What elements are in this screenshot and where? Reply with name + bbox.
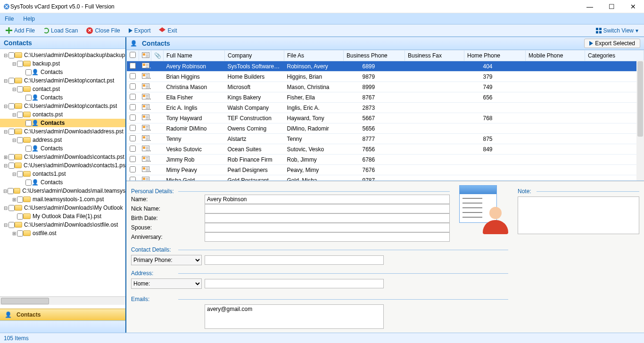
column-header[interactable]: Company [225,50,284,61]
column-header[interactable]: 📎 [151,50,164,61]
expander-icon[interactable]: ⊞ [11,231,17,236]
row-checkbox[interactable] [130,63,136,69]
row-checkbox[interactable] [130,73,136,79]
row-checkbox[interactable] [130,94,136,100]
tree-item[interactable]: ⊟address.pst [0,136,125,144]
tree-item[interactable]: ⊟C:\Users\admin\Downloads\mail.teamsys [0,187,125,195]
exit-button[interactable]: Exit [156,26,180,35]
address-type-select[interactable]: Home: [131,278,202,289]
vertical-scrollbar[interactable] [636,60,644,180]
column-header[interactable] [139,50,151,61]
maximize-button[interactable]: ☐ [601,0,622,13]
tree-checkbox[interactable] [8,129,15,135]
expander-icon[interactable]: ⊟ [11,87,17,92]
column-header[interactable] [127,50,139,61]
tree-item[interactable]: ⊟C:\Users\admin\Desktop\contacts.pst [0,102,125,110]
column-header[interactable]: Business Phone [344,50,405,61]
tree-checkbox[interactable] [17,112,23,118]
expander-icon[interactable]: ⊟ [11,138,17,143]
table-row[interactable]: Mimy PeavyPearl DesignersPeavy, Mimy7676 [127,165,644,175]
column-header[interactable]: Categories [585,50,644,61]
tree-checkbox[interactable] [17,230,23,237]
tree-item[interactable]: ⊟C:\Users\admin\Downloads\contacts1.ps [0,161,125,170]
row-checkbox[interactable] [130,104,136,110]
tree-checkbox[interactable] [17,61,23,67]
tree-item[interactable]: ⊟C:\Users\admin\Downloads\address.pst [0,127,125,136]
table-row[interactable]: Eric A. InglisWalsh CompanyInglis, Eric … [127,103,644,113]
contacts-table[interactable]: 📎Full NameCompanyFile AsBusiness PhoneBu… [126,50,644,181]
tree-checkbox[interactable] [17,196,23,203]
tree-item[interactable]: 👤Contacts [0,178,125,187]
folder-tree[interactable]: ⊟C:\Users\admin\Desktop\backup\backup⊟ba… [0,49,125,296]
tree-checkbox[interactable] [8,154,15,160]
tree-checkbox[interactable] [17,213,23,220]
tree-checkbox[interactable] [25,146,32,152]
table-row[interactable]: Ella FisherKings BakeryFisher, Ella87676… [127,92,644,103]
table-row[interactable]: Christina MasonMicrosoftMason, Christina… [127,82,644,92]
name-field[interactable] [205,195,450,204]
tree-item[interactable]: ⊞ostfile.ost [0,229,125,237]
table-row[interactable]: Jimmy RobRob Finance FirmRob, Jimmy6786 [127,155,644,165]
export-selected-button[interactable]: Export Selected [584,39,640,48]
nav-contacts[interactable]: 👤 Contacts [0,309,125,320]
tree-item[interactable]: 👤Contacts [0,144,125,153]
tree-item[interactable]: 👤Contacts [0,68,125,76]
primary-phone-select[interactable]: Primary Phone: [131,255,202,265]
menu-help[interactable]: Help [23,16,35,22]
row-checkbox[interactable] [130,156,136,162]
tree-checkbox[interactable] [25,69,32,75]
tree-item[interactable]: ⊟contacts1.pst [0,170,125,178]
tree-item[interactable]: ⊞mail.teamsystools-1.com.pst [0,195,125,204]
row-checkbox[interactable] [130,125,136,131]
tree-checkbox[interactable] [25,180,32,186]
tree-checkbox[interactable] [8,163,15,169]
expander-icon[interactable]: ⊞ [11,197,17,202]
note-field[interactable] [518,196,639,234]
tree-checkbox[interactable] [17,137,23,143]
expander-icon[interactable]: ⊟ [3,129,8,134]
row-checkbox[interactable] [130,177,136,181]
row-checkbox[interactable] [130,166,136,172]
tree-checkbox[interactable] [8,103,15,109]
row-checkbox[interactable] [130,135,136,141]
tree-checkbox[interactable] [8,205,15,211]
expander-icon[interactable]: ⊟ [3,53,8,58]
nick-name-field[interactable] [205,204,450,213]
primary-phone-field[interactable] [205,255,384,265]
tree-checkbox[interactable] [8,78,15,84]
expander-icon[interactable]: ⊞ [3,155,8,160]
tree-checkbox[interactable] [8,222,15,228]
table-row[interactable]: Tony HaywardTEF ConstructionHayward, Ton… [127,113,644,123]
expander-icon[interactable]: ⊟ [3,188,8,194]
expander-icon[interactable]: ⊟ [11,172,17,177]
column-header[interactable]: Mobile Phone [526,50,585,61]
export-button[interactable]: Export [126,26,154,35]
table-row[interactable]: Avery RobinsonSysTools Software Pvt...Ro… [127,61,644,72]
select-all-checkbox[interactable] [130,52,136,58]
tree-checkbox[interactable] [8,52,15,58]
tree-item[interactable]: ⊞C:\Users\admin\Downloads\contacts.pst [0,153,125,161]
column-header[interactable]: Home Phone [464,50,526,61]
tree-checkbox[interactable] [17,171,23,177]
spouse-field[interactable] [205,223,450,232]
tree-item[interactable]: ⊟contacts.pst [0,110,125,119]
load-scan-button[interactable]: Load Scan [41,26,81,35]
tree-item[interactable]: 👤Contacts [0,93,125,102]
switch-view-button[interactable]: Switch View ▾ [593,26,641,35]
table-row[interactable]: Radomir DiMinoOwens CorningDiMino, Radom… [127,123,644,134]
tree-item[interactable]: ⊟C:\Users\admin\Desktop\contact.pst [0,76,125,85]
birth-date-field[interactable] [205,213,450,223]
close-file-button[interactable]: ✕Close File [83,26,123,35]
tree-checkbox[interactable] [8,188,14,194]
expander-icon[interactable]: ⊟ [11,112,17,117]
table-row[interactable]: Misha GoldGold RestaurantGold, Misha9787 [127,175,644,181]
row-checkbox[interactable] [130,83,136,90]
column-header[interactable]: File As [284,50,344,61]
email-field[interactable]: avery@gmail.com [205,304,384,329]
table-row[interactable]: Vesko SutovicOcean SuitesSutovic, Vesko7… [127,144,644,155]
tree-item[interactable]: My Outlook Data File(1).pst [0,212,125,220]
tree-checkbox[interactable] [25,95,32,101]
anniversary-field[interactable] [205,232,450,242]
row-checkbox[interactable] [130,114,136,121]
expander-icon[interactable]: ⊟ [3,78,8,83]
